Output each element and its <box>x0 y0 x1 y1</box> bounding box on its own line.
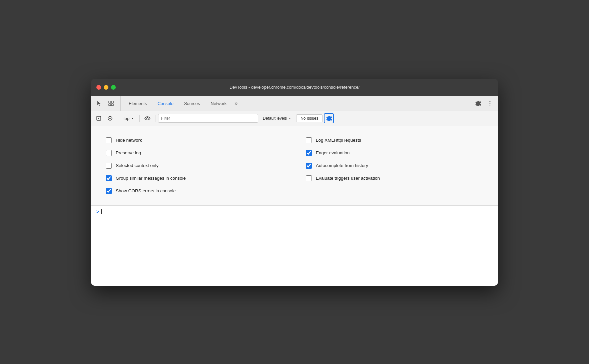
devtools-window: DevTools - developer.chrome.com/docs/dev… <box>91 79 498 286</box>
hide-network-row: Hide network <box>104 134 284 147</box>
toolbar-separator-2 <box>139 115 140 122</box>
more-tabs-button[interactable]: » <box>232 96 240 111</box>
traffic-lights <box>96 85 116 90</box>
tab-elements[interactable]: Elements <box>123 96 152 111</box>
tab-console[interactable]: Console <box>152 96 179 111</box>
log-xmlhttp-checkbox[interactable] <box>306 137 312 143</box>
window-title: DevTools - developer.chrome.com/docs/dev… <box>229 85 360 90</box>
hide-network-checkbox[interactable] <box>106 137 112 143</box>
maximize-button[interactable] <box>111 85 116 90</box>
tab-icon-group <box>94 96 121 111</box>
log-xmlhttp-row: Log XMLHttpRequests <box>305 134 485 147</box>
preserve-log-label: Preserve log <box>116 150 141 155</box>
settings-right-column: Log XMLHttpRequests Eager evaluation Aut… <box>305 134 485 197</box>
svg-rect-3 <box>111 104 113 106</box>
eval-triggers-label: Evaluate triggers user activation <box>316 176 380 181</box>
settings-left-column: Hide network Preserve log Selected conte… <box>104 134 284 197</box>
selected-context-row: Selected context only <box>104 159 284 172</box>
settings-button[interactable] <box>473 98 483 109</box>
eager-eval-label: Eager evaluation <box>316 150 350 155</box>
show-cors-checkbox[interactable] <box>106 188 112 194</box>
tabs: Elements Console Sources Network » <box>123 96 473 111</box>
svg-point-5 <box>490 103 491 104</box>
clear-console-button[interactable] <box>105 113 115 123</box>
autocomplete-checkbox[interactable] <box>306 163 312 169</box>
tab-sources[interactable]: Sources <box>179 96 205 111</box>
svg-rect-0 <box>109 101 111 103</box>
selected-context-checkbox[interactable] <box>106 163 112 169</box>
settings-panel: Hide network Preserve log Selected conte… <box>91 126 498 206</box>
log-xmlhttp-label: Log XMLHttpRequests <box>316 138 361 143</box>
console-toolbar: top Default levels No I <box>91 111 498 126</box>
console-prompt: > <box>96 209 99 215</box>
preserve-log-checkbox[interactable] <box>106 150 112 156</box>
inspect-icon-button[interactable] <box>106 98 116 109</box>
cursor-icon-button[interactable] <box>94 98 104 109</box>
tab-network[interactable]: Network <box>205 96 232 111</box>
svg-point-6 <box>490 105 491 106</box>
titlebar: DevTools - developer.chrome.com/docs/dev… <box>91 79 498 96</box>
console-area[interactable]: > <box>91 206 498 286</box>
eager-eval-checkbox[interactable] <box>306 150 312 156</box>
filter-input[interactable] <box>158 114 258 123</box>
preserve-log-row: Preserve log <box>104 147 284 159</box>
settings-grid: Hide network Preserve log Selected conte… <box>104 134 485 197</box>
eager-eval-row: Eager evaluation <box>305 147 485 159</box>
tab-bar: Elements Console Sources Network » <box>91 96 498 111</box>
toolbar-separator-3 <box>155 115 155 122</box>
minimize-button[interactable] <box>104 85 108 90</box>
levels-dropdown[interactable]: Default levels <box>259 115 295 122</box>
group-similar-checkbox[interactable] <box>106 175 112 181</box>
hide-network-label: Hide network <box>116 138 142 143</box>
tab-actions <box>473 96 495 111</box>
autocomplete-row: Autocomplete from history <box>305 159 485 172</box>
eval-triggers-row: Evaluate triggers user activation <box>305 172 485 185</box>
console-settings-button[interactable] <box>324 113 334 123</box>
eye-icon-button[interactable] <box>142 113 152 123</box>
show-cors-label: Show CORS errors in console <box>116 188 176 193</box>
issues-button[interactable]: No Issues <box>296 114 323 122</box>
group-similar-row: Group similar messages in console <box>104 172 284 185</box>
devtools-body: Elements Console Sources Network » <box>91 96 498 286</box>
eval-triggers-checkbox[interactable] <box>306 175 312 181</box>
toolbar-separator-1 <box>118 115 118 122</box>
run-script-button[interactable] <box>94 113 104 123</box>
group-similar-label: Group similar messages in console <box>116 176 186 181</box>
autocomplete-label: Autocomplete from history <box>316 163 368 168</box>
show-cors-row: Show CORS errors in console <box>104 185 284 197</box>
svg-point-4 <box>490 101 491 102</box>
selected-context-label: Selected context only <box>116 163 158 168</box>
console-cursor <box>101 209 102 214</box>
more-options-button[interactable] <box>485 98 495 109</box>
svg-rect-1 <box>111 101 113 103</box>
context-selector[interactable]: top <box>121 115 137 122</box>
close-button[interactable] <box>96 85 101 90</box>
svg-rect-2 <box>109 104 111 106</box>
svg-point-10 <box>147 118 148 119</box>
